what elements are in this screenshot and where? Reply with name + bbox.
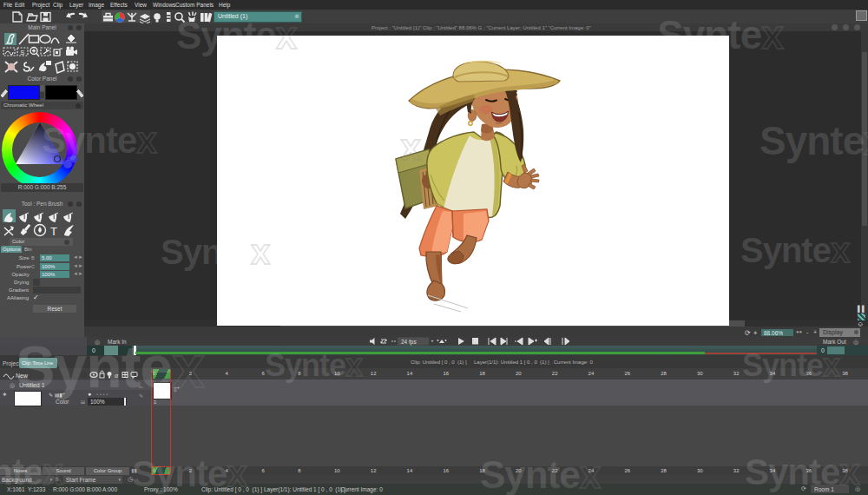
svg-text:New: New — [16, 373, 29, 379]
svg-text:24 fps: 24 fps — [401, 339, 417, 346]
svg-text:α: α — [115, 372, 119, 380]
svg-text:T: T — [50, 225, 57, 238]
svg-text:S: S — [21, 50, 25, 56]
